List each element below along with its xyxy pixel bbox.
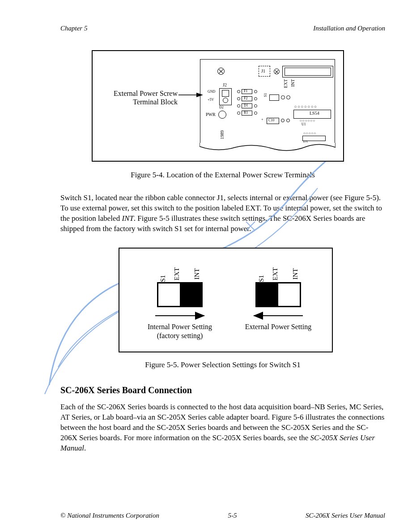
- footer-left: © National Instruments Corporation: [60, 512, 159, 519]
- figure-5-5: S1 EXT INT Internal Power Setting: [119, 248, 333, 352]
- screw-icon: [217, 68, 225, 75]
- screw-icon: [274, 69, 280, 74]
- callout-text: External Power Screw Terminal Block: [106, 89, 178, 106]
- figure-5-5-caption: Figure 5-5. Power Selection Settings for…: [60, 360, 385, 369]
- page-header: Chapter 5 Installation and Operation: [60, 25, 385, 32]
- header-left: Chapter 5: [60, 25, 87, 32]
- footer-page-number: 5-5: [228, 512, 237, 519]
- connector-j1: [282, 66, 333, 77]
- switch-external-icon: [255, 282, 301, 307]
- body-paragraph-1: Switch S1, located near the ribbon cable…: [60, 193, 385, 234]
- switch-internal-icon: [157, 282, 203, 307]
- page-footer: © National Instruments Corporation 5-5 S…: [60, 512, 385, 519]
- torn-edge: [200, 143, 336, 154]
- section-heading: SC-206X Series Board Connection: [60, 385, 385, 395]
- header-right: Installation and Operation: [313, 25, 385, 32]
- pcb-outline: J1 EXT INT J2 GND +5V F1 F2: [200, 59, 335, 153]
- figure-5-4: External Power Screw Terminal Block J1 E…: [92, 50, 344, 162]
- body-paragraph-2: Each of the SC-206X Series boards is con…: [60, 402, 385, 454]
- external-setting-label: External Power Setting: [234, 322, 323, 331]
- figure-5-4-caption: Figure 5-4. Location of the External Pow…: [60, 171, 385, 180]
- internal-setting-label: Internal Power Setting (factory setting): [135, 322, 225, 340]
- footer-right: SC-206X Series User Manual: [306, 512, 385, 519]
- callout-arrow-icon: [178, 92, 203, 98]
- terminal-block: [219, 88, 232, 105]
